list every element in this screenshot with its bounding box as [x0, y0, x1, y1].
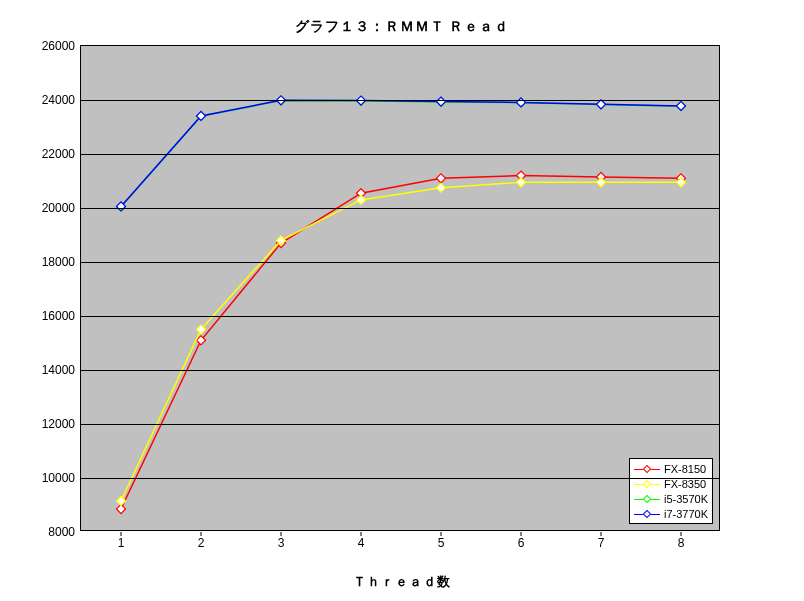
gridline [81, 478, 719, 479]
y-tick-label: 14000 [42, 363, 75, 377]
chart-title: グラフ１３：ＲＭＭＴ Ｒｅａｄ [0, 18, 804, 36]
gridline [81, 424, 719, 425]
legend-swatch [634, 479, 660, 489]
gridline [81, 316, 719, 317]
data-marker [436, 183, 445, 192]
x-tick-label: 3 [278, 536, 285, 550]
legend-item: i7-3770K [634, 506, 708, 521]
data-marker [436, 174, 445, 183]
y-tick-label: 18000 [42, 255, 75, 269]
x-tick-label: 8 [678, 536, 685, 550]
data-marker [596, 178, 605, 187]
legend-label: i7-3770K [664, 508, 708, 520]
gridline [81, 208, 719, 209]
legend-swatch [634, 509, 660, 519]
x-tick-label: 6 [518, 536, 525, 550]
chart-lines [81, 46, 719, 530]
x-tick-label: 5 [438, 536, 445, 550]
legend-label: FX-8150 [664, 463, 706, 475]
legend-label: FX-8350 [664, 478, 706, 490]
plot-area: FX-8150FX-8350i5-3570Ki7-3770K 800010000… [80, 45, 720, 531]
y-tick-label: 10000 [42, 471, 75, 485]
legend-swatch [634, 494, 660, 504]
x-tick-label: 2 [198, 536, 205, 550]
legend-item: i5-3570K [634, 491, 708, 506]
data-marker [596, 100, 605, 109]
data-marker [436, 97, 445, 106]
legend-label: i5-3570K [664, 493, 708, 505]
gridline [81, 154, 719, 155]
data-marker [516, 178, 525, 187]
x-tick-label: 1 [118, 536, 125, 550]
data-marker [356, 195, 365, 204]
x-axis-label: Ｔｈｒｅａｄ数 [0, 573, 804, 591]
gridline [81, 262, 719, 263]
y-tick-label: 24000 [42, 93, 75, 107]
gridline [81, 100, 719, 101]
chart-container: グラフ１３：ＲＭＭＴ Ｒｅａｄ Ｂａｎｄｗｉｄｔｈ （ＭＢ／ｓｅｃ） Ｔｈｒｅａ… [0, 0, 804, 601]
x-tick-label: 7 [598, 536, 605, 550]
gridline [81, 370, 719, 371]
y-tick-label: 16000 [42, 309, 75, 323]
data-marker [676, 101, 685, 110]
y-tick-label: 22000 [42, 147, 75, 161]
y-tick-label: 8000 [48, 525, 75, 539]
x-tick-label: 4 [358, 536, 365, 550]
series-line [121, 176, 681, 509]
legend: FX-8150FX-8350i5-3570Ki7-3770K [629, 458, 713, 524]
legend-item: FX-8150 [634, 461, 708, 476]
y-tick-label: 12000 [42, 417, 75, 431]
legend-swatch [634, 464, 660, 474]
y-tick-label: 20000 [42, 201, 75, 215]
y-tick-label: 26000 [42, 39, 75, 53]
